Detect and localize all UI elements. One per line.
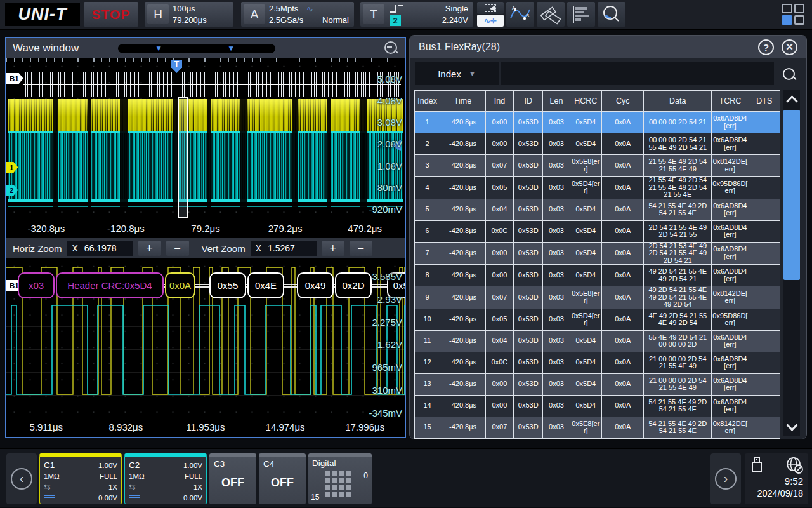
- table-row[interactable]: 1 -420.8μs 0x00 0x53D 0x03 0x5D4 0x0A 00…: [415, 112, 780, 133]
- c2-probe: 1X: [193, 483, 202, 491]
- horiz-zoom-increase-button[interactable]: +: [138, 241, 161, 256]
- channel2-card[interactable]: C21.00V 1MΩFULL ⇆1X 0.00V: [124, 453, 207, 504]
- table-row[interactable]: 7 -420.8μs 0x00 0x53D 0x03 0x5D4 0x0A 2D…: [415, 242, 780, 265]
- zoom-region-handle-right[interactable]: ▼: [227, 44, 235, 53]
- system-status-panel[interactable]: 9:52 2024/09/18: [745, 453, 808, 504]
- horiz-zoom-value-box[interactable]: X 66.1978: [67, 241, 133, 256]
- table-column-header: Ind: [485, 91, 513, 112]
- magnifier-icon: [601, 4, 622, 25]
- cell-ind: 0x07: [485, 286, 513, 309]
- cell-tcrc: 0x6AD8D4[err]: [712, 352, 749, 373]
- cell-len: 0x03: [543, 286, 570, 309]
- scroll-down-button[interactable]: [783, 417, 800, 436]
- channel-bar-scroll-left[interactable]: ‹: [6, 453, 37, 504]
- table-column-header: TCRC: [712, 91, 749, 112]
- cell-hcrc: 0x5D4[err]: [570, 177, 601, 199]
- cell-hcrc: 0x5E8[err]: [570, 286, 601, 309]
- trigger-settings-button[interactable]: T 2 Single 2.240V: [360, 2, 473, 27]
- channel1-card[interactable]: C11.00V 1MΩFULL ⇆1X 0.00V: [39, 453, 122, 504]
- c1-scale: 1.00V: [98, 462, 117, 469]
- cell-index: 12: [415, 352, 440, 373]
- table-row[interactable]: 4 -420.8μs 0x05 0x53D 0x03 0x5D4[err] 0x…: [415, 177, 780, 199]
- vert-zoom-value-box[interactable]: X 1.5267: [251, 241, 317, 256]
- table-row[interactable]: 14 -420.8μs 0x00 0x53D 0x03 0x5D4 0x0A 5…: [415, 395, 780, 417]
- zoom-search-button[interactable]: [598, 2, 625, 27]
- cursor-ab-button[interactable]: AB: [506, 2, 534, 27]
- horiz-zoom-decrease-button[interactable]: −: [166, 241, 189, 256]
- cell-cyc: 0x0A: [601, 417, 643, 438]
- search-icon: [783, 68, 795, 80]
- upper-waveform-plot[interactable]: T B1 1 2 5.08V4.08V3.08V2.08V1.08V80mV-9…: [6, 58, 405, 220]
- cell-index: 6: [415, 220, 440, 242]
- zoom-out-button[interactable]: [384, 41, 398, 55]
- select-tool-button[interactable]: [477, 2, 504, 14]
- table-scrollbar[interactable]: [783, 90, 800, 436]
- lower-zoom-plot[interactable]: B1 x03 Header CRC:0x5D4 0x0A 0x55 0x4E 0…: [6, 258, 405, 419]
- help-button[interactable]: ?: [758, 39, 774, 55]
- trigger-position-marker[interactable]: T: [171, 60, 182, 73]
- table-row[interactable]: 8 -420.8μs 0x00 0x53D 0x03 0x5D4 0x0A 49…: [415, 265, 780, 286]
- cell-tcrc: 0x6AD8D4[err]: [712, 330, 749, 352]
- channel-bar-scroll-right[interactable]: ›: [710, 453, 741, 504]
- table-row[interactable]: 3 -420.8μs 0x07 0x53D 0x03 0x5E8[err] 0x…: [415, 155, 780, 177]
- cell-id: 0x53D: [514, 309, 543, 330]
- cell-data: 49 2D 54 21 55 4E 49 2D 54 21: [644, 265, 712, 286]
- table-row[interactable]: 11 -420.8μs 0x04 0x53D 0x03 0x5D4 0x0A 5…: [415, 330, 780, 352]
- vert-zoom-decrease-button[interactable]: −: [350, 241, 372, 256]
- horizontal-settings-button[interactable]: H 100μs 79.200μs: [145, 2, 233, 27]
- time-scale-label: -120.8μs: [86, 220, 166, 238]
- network-disabled-icon: [785, 456, 803, 474]
- close-button[interactable]: ✕: [782, 39, 797, 55]
- table-row[interactable]: 5 -420.8μs 0x04 0x53D 0x03 0x5D4 0x0A 54…: [415, 199, 780, 220]
- stop-label: STOP: [92, 7, 131, 22]
- vert-zoom-value: 1.5267: [268, 243, 295, 253]
- search-input[interactable]: [501, 62, 774, 85]
- cell-index: 8: [415, 265, 440, 286]
- table-row[interactable]: 6 -420.8μs 0x0C 0x53D 0x03 0x5D4 0x0A 2D…: [415, 220, 780, 242]
- search-button[interactable]: [776, 62, 801, 85]
- zoom-region-bar[interactable]: ▼ ▼: [118, 44, 275, 53]
- vert-zoom-increase-button[interactable]: +: [322, 241, 344, 256]
- bus-b1-tag[interactable]: B1: [6, 73, 23, 84]
- lower-time-labels: 5.911μs8.932μs11.953μs14.974μs17.996μs: [6, 419, 405, 437]
- cell-id: 0x53D: [514, 352, 543, 373]
- run-stop-button[interactable]: STOP: [84, 2, 138, 27]
- acquire-settings-button[interactable]: A 2.5Mpts 2.5GSa/s ∿ Normal: [241, 2, 354, 27]
- table-row[interactable]: 10 -420.8μs 0x05 0x53D 0x03 0x5D4[err] 0…: [415, 309, 780, 330]
- voltage-scale-label: 1.62V: [377, 339, 402, 350]
- table-row[interactable]: 2 -420.8μs 0x00 0x53D 0x03 0x5D4 0x0A 00…: [415, 133, 780, 155]
- table-row[interactable]: 12 -420.8μs 0x0C 0x53D 0x03 0x5D4 0x0A 2…: [415, 352, 780, 373]
- cell-time: -420.8μs: [440, 133, 485, 155]
- cell-len: 0x03: [543, 133, 570, 155]
- waveform-pan-tool-button[interactable]: ∿✛: [477, 15, 504, 27]
- cell-len: 0x03: [543, 242, 570, 265]
- table-row[interactable]: 9 -420.8μs 0x07 0x53D 0x03 0x5E8[err] 0x…: [415, 286, 780, 309]
- channel4-card[interactable]: C4 OFF: [259, 453, 306, 504]
- layout-square-bl-active: [782, 15, 792, 25]
- zoom-window-selector[interactable]: [178, 97, 188, 218]
- digital-channels-card[interactable]: Digital 0 15: [308, 453, 372, 504]
- table-row[interactable]: 13 -420.8μs 0x00 0x53D 0x03 0x5D4 0x0A 2…: [415, 373, 780, 395]
- cell-cyc: 0x0A: [601, 309, 643, 330]
- c3-state: OFF: [214, 476, 252, 490]
- histogram-button[interactable]: [567, 2, 595, 27]
- cell-data: 00 00 00 2D 54 21: [644, 112, 712, 133]
- cell-data: 54 21 55 4E 49 2D 54 21 55 4E: [644, 395, 712, 417]
- scroll-up-button[interactable]: [783, 90, 800, 109]
- cell-data: 54 21 55 4E 49 2D 54 21 55 4E: [644, 199, 712, 220]
- cell-time: -420.8μs: [440, 373, 485, 395]
- search-filter-dropdown[interactable]: Index ▼: [415, 62, 499, 85]
- scrollbar-thumb[interactable]: [783, 110, 800, 280]
- measure-button[interactable]: [537, 2, 565, 27]
- table-row[interactable]: 15 -420.8μs 0x07 0x53D 0x03 0x5E8[err] 0…: [415, 417, 780, 438]
- dropdown-arrow-icon: ▼: [469, 70, 476, 77]
- zoom-region-handle-left[interactable]: ▼: [155, 44, 162, 53]
- trigger-key: T: [363, 4, 384, 24]
- channel3-card[interactable]: C3 OFF: [209, 453, 256, 504]
- voltage-scale-label: 80mV: [377, 182, 402, 193]
- cell-len: 0x03: [543, 309, 570, 330]
- cell-dts: [749, 352, 780, 373]
- cell-dts: [749, 395, 780, 417]
- bus-panel-header[interactable]: Bus1 FlexRay(28) ? ✕: [410, 36, 806, 58]
- window-layout-button[interactable]: [782, 4, 804, 25]
